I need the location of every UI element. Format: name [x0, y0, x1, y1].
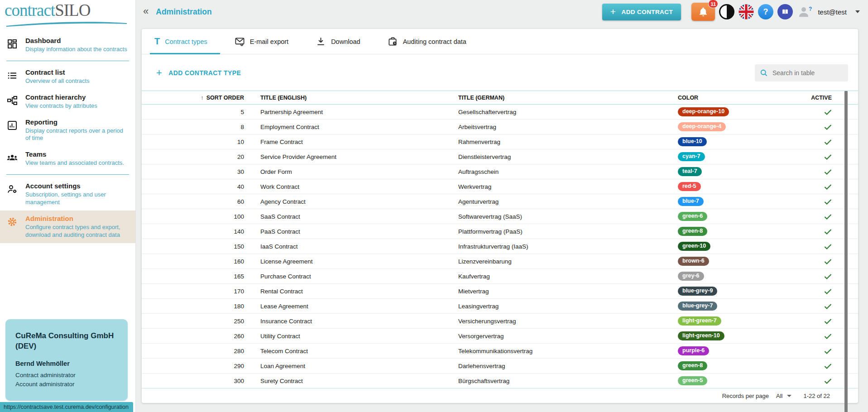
color-chip: teal-7 [678, 167, 702, 176]
cell-color: green-10 [669, 242, 810, 251]
tab-contract-types[interactable]: T Contract types [150, 29, 220, 54]
plus-icon: + [156, 67, 162, 79]
sidebar-item-contract-list[interactable]: Contract listOverview of all contracts [0, 64, 135, 89]
check-icon [823, 212, 833, 221]
table-row[interactable]: 150 IaaS Contract Infrastrukturvertrag (… [142, 239, 858, 254]
sidebar: contractSILO DashboardDisplay informatio… [0, 0, 136, 412]
column-header-title-german[interactable]: TITLE (GERMAN) [448, 95, 669, 101]
cell-title-german: Lizenzvereinbarung [448, 258, 669, 265]
current-user-name: Bernd Wehmöller [15, 360, 118, 367]
table-row[interactable]: 290 Loan Agreement Darlehensvertrag gree… [142, 359, 858, 374]
cell-title-german: Auftragsschein [448, 168, 669, 175]
sidebar-item-contract-hierarchy[interactable]: Contract hierarchyView contracts by attr… [0, 89, 135, 114]
per-page-caret-icon[interactable] [787, 395, 791, 397]
table-row[interactable]: 60 Agency Contract Agenturvertrag blue-7 [142, 194, 858, 209]
cell-title-english: Surety Contract [250, 378, 448, 384]
table-row[interactable]: 250 Insurance Contract Versicherungsvert… [142, 314, 858, 329]
collapse-sidebar-icon[interactable]: « [143, 6, 149, 18]
search-icon [759, 68, 768, 77]
column-header-title-english[interactable]: TITLE (ENGLISH) [250, 95, 448, 101]
table-row[interactable]: 165 Purchase Contract Kaufvertrag grey-6 [142, 269, 858, 284]
add-contract-button[interactable]: + ADD CONTRACT [602, 4, 681, 20]
color-chip: green-8 [678, 361, 707, 370]
records-per-page-select[interactable]: All [776, 393, 782, 399]
check-icon [823, 272, 833, 281]
color-chip: light-green-10 [678, 331, 724, 340]
table-row[interactable]: 100 SaaS Contract Softwarevertrag (SaaS)… [142, 209, 858, 224]
cell-title-german: Werkvertrag [448, 183, 669, 190]
search-input[interactable] [772, 69, 840, 77]
add-contract-type-button[interactable]: + ADD CONTRACT TYPE [156, 67, 241, 79]
cell-title-german: Rahmenvertrag [448, 139, 669, 145]
title-t-icon: T [154, 36, 160, 47]
column-header-color[interactable]: COLOR [669, 95, 810, 101]
cell-color: blue-grey-7 [669, 302, 810, 311]
logo-swoosh [5, 20, 129, 27]
table-row[interactable]: 30 Order Form Auftragsschein teal-7 [142, 164, 858, 179]
table-row[interactable]: 8 Employment Contract Arbeitsvertrag dee… [142, 120, 858, 134]
nav-title: Reporting [25, 118, 129, 126]
table-row[interactable]: 140 PaaS Contract Plattformvertrag (PaaS… [142, 224, 858, 239]
logo-part2: SILO [55, 1, 90, 19]
help-icon[interactable]: ? [758, 4, 773, 19]
sidebar-item-teams[interactable]: TeamsView teams and associated contracts… [0, 146, 135, 171]
nav-title: Contract hierarchy [25, 93, 97, 101]
color-chip: grey-6 [678, 272, 704, 281]
cell-title-german: Plattformvertrag (PaaS) [448, 228, 669, 235]
cell-color: blue-grey-9 [669, 287, 810, 296]
avatar-question-mark: ? [809, 6, 812, 12]
tab-auditing-contract-data[interactable]: Auditing contract data [383, 29, 479, 54]
add-contract-label: ADD CONTRACT [622, 9, 673, 15]
check-icon [823, 227, 833, 236]
cell-title-german: Softwarevertrag (SaaS) [448, 213, 669, 220]
user-role: Account administrator [15, 381, 118, 388]
tab-email-export[interactable]: E-mail export [230, 29, 301, 54]
table-row[interactable]: 170 Rental Contract Mietvertrag blue-gre… [142, 284, 858, 299]
table-row[interactable]: 280 Telecom Contract Telekommunikationsv… [142, 344, 858, 359]
table-row[interactable]: 10 Frame Contract Rahmenvertrag blue-10 [142, 134, 858, 149]
check-icon [823, 302, 833, 311]
sidebar-item-account-settings[interactable]: Account settingsSubscription, settings a… [0, 178, 135, 211]
column-header-sort-order[interactable]: ↑ SORT ORDER [201, 94, 250, 101]
table-row[interactable]: 160 License Agreement Lizenzvereinbarung… [142, 254, 858, 269]
browser-status-url: https://contractsave.test.curema.dev/con… [0, 402, 133, 412]
manual-book-icon[interactable] [777, 4, 793, 19]
cell-active [823, 346, 858, 356]
nav-title: Account settings [25, 182, 129, 190]
cell-title-english: Utility Contract [250, 333, 448, 340]
color-chip: green-8 [678, 227, 707, 236]
table-scrollbar[interactable] [844, 91, 848, 412]
cell-color: green-8 [669, 361, 810, 370]
sidebar-item-dashboard[interactable]: DashboardDisplay information about the c… [0, 33, 135, 57]
cell-color: green-5 [669, 376, 810, 385]
cell-title-german: Mietvertrag [448, 288, 669, 295]
language-flag-icon[interactable] [739, 4, 754, 19]
check-icon [823, 346, 833, 356]
column-header-active[interactable]: ACTIVE [811, 95, 858, 101]
app-logo[interactable]: contractSILO [0, 0, 135, 27]
cell-sort-order: 20 [237, 153, 250, 160]
tab-download[interactable]: Download [311, 29, 373, 54]
cell-color: blue-7 [669, 197, 810, 206]
user-avatar[interactable]: ? [797, 5, 812, 19]
table-row[interactable]: 40 Work Contract Werkvertrag red-5 [142, 179, 858, 194]
sidebar-item-reporting[interactable]: ReportingDisplay contract reports over a… [0, 114, 135, 147]
cell-active [823, 376, 858, 386]
cell-title-english: Frame Contract [250, 139, 448, 145]
cell-sort-order: 150 [234, 243, 250, 250]
user-menu-caret-icon[interactable] [855, 10, 860, 13]
table-row[interactable]: 180 Lease Agreement Leasingvertrag blue-… [142, 299, 858, 314]
table-row[interactable]: 20 Service Provider Agreement Dienstleis… [142, 149, 858, 164]
cell-active [823, 287, 858, 296]
contrast-toggle-icon[interactable] [719, 4, 734, 19]
cell-title-german: Dienstleistervertrag [448, 153, 669, 160]
table-row[interactable]: 300 Surety Contract Bürgschaftsvertrag g… [142, 374, 858, 388]
table-row[interactable]: 260 Utility Contract Versorgervertrag li… [142, 329, 858, 344]
table-row[interactable]: 5 Partnership Agreement Gesellschafterve… [142, 105, 858, 120]
sidebar-item-administration[interactable]: AdministrationConfigure contract types a… [0, 211, 135, 243]
cell-active [823, 272, 858, 281]
cell-title-english: Purchase Contract [250, 273, 448, 280]
check-icon [823, 137, 833, 147]
notifications-button[interactable]: 11 [691, 3, 715, 21]
cell-title-english: License Agreement [250, 258, 448, 265]
